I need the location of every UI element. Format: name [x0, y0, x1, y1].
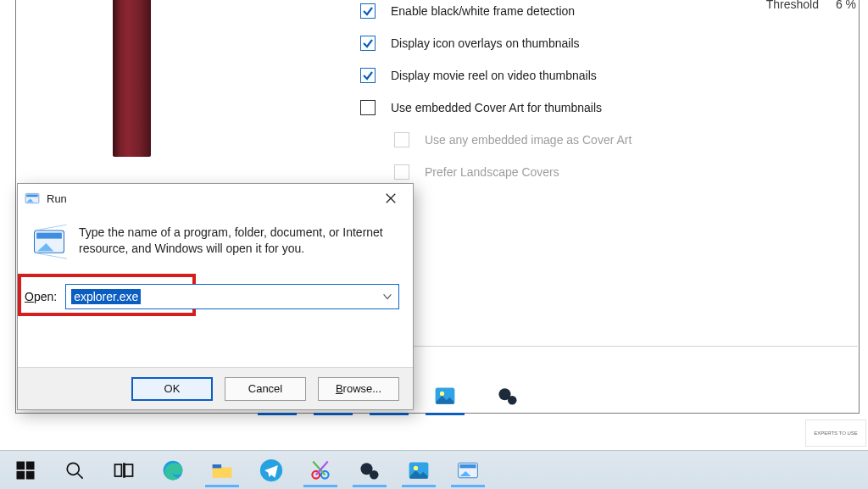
- open-input-value[interactable]: explorer.exe: [71, 289, 141, 304]
- svg-line-22: [78, 473, 83, 478]
- run-window-icon[interactable]: [446, 452, 490, 489]
- file-explorer-icon[interactable]: [200, 452, 244, 489]
- option-label: Enable black/white frame detection: [391, 4, 575, 18]
- option-label: Display movie reel on video thumbnails: [391, 69, 597, 82]
- svg-point-34: [370, 470, 379, 480]
- svg-rect-19: [17, 470, 25, 479]
- svg-rect-20: [26, 470, 35, 479]
- search-icon[interactable]: [53, 452, 97, 489]
- settings-options: Enable black/white frame detection Displ…: [360, 0, 632, 188]
- checkbox-icon: [394, 164, 409, 180]
- edge-icon[interactable]: [151, 452, 195, 489]
- photos-icon[interactable]: [397, 452, 441, 489]
- svg-point-21: [67, 463, 79, 475]
- telegram-icon[interactable]: [249, 452, 293, 489]
- ok-button[interactable]: OK: [131, 377, 213, 401]
- watermark: EXPERTS TO USE: [805, 420, 866, 447]
- option-bw-frame[interactable]: Enable black/white frame detection: [360, 0, 632, 27]
- checkbox-icon[interactable]: [360, 3, 376, 19]
- run-title-text: Run: [47, 192, 67, 205]
- run-button-row: OK Cancel Browse...: [18, 367, 413, 409]
- svg-rect-17: [17, 461, 25, 470]
- svg-rect-38: [459, 464, 476, 468]
- option-prefer-landscape: Prefer Landscape Covers: [394, 156, 632, 188]
- start-button[interactable]: [3, 452, 47, 489]
- option-movie-reel[interactable]: Display movie reel on video thumbnails: [360, 59, 632, 92]
- checkbox-icon[interactable]: [360, 36, 376, 51]
- svg-rect-24: [125, 464, 133, 476]
- task-view-icon[interactable]: [102, 452, 146, 489]
- svg-point-8: [440, 392, 444, 396]
- run-big-icon: [31, 225, 67, 260]
- checkbox-icon: [394, 132, 409, 147]
- checkbox-icon[interactable]: [360, 100, 376, 115]
- svg-rect-23: [115, 464, 122, 476]
- svg-rect-25: [123, 463, 125, 478]
- option-embedded-cover[interactable]: Use embedded Cover Art for thumbnails: [360, 92, 632, 124]
- threshold-label: Threshold: [766, 0, 819, 11]
- option-label: Prefer Landscape Covers: [425, 165, 559, 179]
- open-combobox[interactable]: explorer.exe: [65, 284, 399, 309]
- threshold-value: 6 %: [836, 0, 856, 11]
- app-dark-icon[interactable]: [348, 452, 392, 489]
- svg-rect-27: [213, 464, 222, 468]
- option-icon-overlays[interactable]: Display icon overlays on thumbnails: [360, 27, 632, 59]
- svg-point-36: [414, 465, 418, 470]
- run-titlebar[interactable]: Run: [18, 184, 413, 213]
- chevron-down-icon[interactable]: [381, 291, 393, 303]
- run-app-icon: [25, 191, 40, 206]
- open-label: Open:: [25, 290, 57, 303]
- svg-rect-18: [26, 461, 35, 470]
- run-dialog: Run Type the name of a program, folder, …: [17, 183, 414, 410]
- snip-icon[interactable]: [298, 452, 342, 489]
- thumb-app-dark-2[interactable]: [493, 381, 522, 410]
- close-icon[interactable]: [374, 186, 408, 210]
- run-description: Type the name of a program, folder, docu…: [79, 225, 399, 257]
- option-label: Display icon overlays on thumbnails: [391, 36, 580, 50]
- browse-button[interactable]: Browse...: [318, 377, 399, 401]
- taskbar: [0, 450, 868, 489]
- svg-point-10: [508, 396, 517, 405]
- thumb-photos[interactable]: [431, 381, 459, 410]
- option-label: Use any embedded image as Cover Art: [425, 133, 632, 147]
- decorative-red-post: [113, 0, 151, 157]
- checkbox-icon[interactable]: [360, 68, 376, 83]
- svg-rect-12: [26, 195, 38, 197]
- option-label: Use embedded Cover Art for thumbnails: [391, 101, 602, 114]
- option-any-embedded: Use any embedded image as Cover Art: [394, 124, 632, 156]
- cancel-button[interactable]: Cancel: [225, 377, 306, 401]
- svg-rect-16: [36, 233, 62, 239]
